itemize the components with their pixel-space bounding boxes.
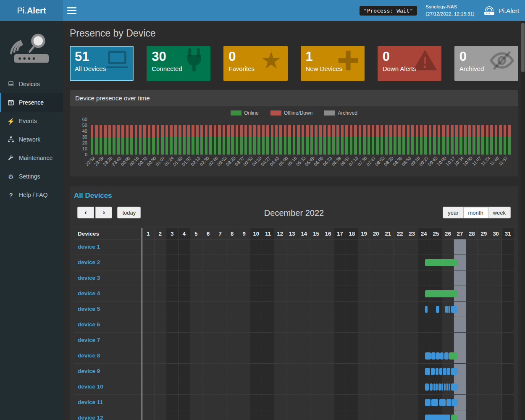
sidebar-item-maintenance[interactable]: Maintenance (0, 149, 63, 167)
presence-event-blue[interactable] (447, 306, 449, 313)
info-box-all-devices[interactable]: 51All Devices (70, 46, 134, 81)
info-box-connected[interactable]: 30Connected (147, 46, 210, 81)
device-name-link[interactable]: device 1 (74, 239, 142, 255)
day-column-22[interactable] (394, 239, 406, 420)
device-name-link[interactable]: device 3 (74, 270, 142, 286)
day-column-19[interactable] (358, 239, 370, 420)
device-name-link[interactable]: device 11 (74, 395, 142, 410)
calendar-view-week-button[interactable]: week (488, 207, 511, 218)
presence-event-blue[interactable] (441, 383, 443, 391)
presence-event-blue[interactable] (446, 383, 448, 391)
presence-event-blue[interactable] (431, 399, 438, 406)
day-column-9[interactable] (238, 239, 250, 420)
presence-event-blue[interactable] (451, 383, 458, 391)
day-column-7[interactable] (214, 239, 226, 420)
presence-event-blue[interactable] (436, 368, 438, 375)
presence-event-blue[interactable] (436, 306, 439, 313)
presence-event-blue[interactable] (452, 399, 458, 406)
presence-event-blue[interactable] (446, 399, 451, 406)
device-name-link[interactable]: device 12 (74, 410, 142, 420)
brand-logo[interactable]: Pi.Alert (0, 0, 63, 21)
info-box-favorites[interactable]: 0Favorites★ (223, 46, 287, 81)
presence-event-green[interactable] (449, 352, 457, 360)
day-column-15[interactable] (310, 239, 322, 420)
device-name-link[interactable]: device 7 (74, 333, 142, 348)
day-column-6[interactable] (202, 239, 214, 420)
presence-event-blue[interactable] (425, 352, 431, 360)
device-name-link[interactable]: device 2 (74, 255, 142, 270)
scrollbar-thumb[interactable] (521, 23, 525, 72)
presence-event-blue[interactable] (451, 368, 458, 375)
device-name-link[interactable]: device 9 (74, 364, 142, 379)
day-column-2[interactable] (154, 239, 166, 420)
day-column-31[interactable] (501, 239, 514, 420)
presence-event-blue[interactable] (425, 383, 429, 391)
device-name-link[interactable]: device 5 (74, 302, 142, 317)
calendar-next-button[interactable]: › (95, 207, 112, 218)
day-column-21[interactable] (382, 239, 394, 420)
info-box-down-alerts[interactable]: 0Down Alerts (378, 46, 441, 81)
sidebar-item-events[interactable]: ⚡Events (0, 112, 63, 130)
presence-event-blue[interactable] (425, 399, 430, 406)
presence-event-blue[interactable] (425, 415, 450, 420)
presence-event-blue[interactable] (438, 383, 441, 391)
presence-event-blue[interactable] (425, 368, 430, 375)
sidebar-item-help[interactable]: ?Help / FAQ (0, 186, 63, 204)
sidebar-item-devices[interactable]: Devices (0, 75, 63, 93)
day-column-30[interactable] (490, 239, 502, 420)
presence-event-blue[interactable] (431, 352, 435, 360)
device-name-link[interactable]: device 6 (74, 317, 142, 333)
calendar-view-month-button[interactable]: month (463, 207, 488, 218)
presence-event-blue[interactable] (433, 383, 436, 391)
device-name-link[interactable]: device 10 (74, 379, 142, 395)
day-column-8[interactable] (226, 239, 238, 420)
day-column-18[interactable] (346, 239, 358, 420)
day-column-10[interactable] (250, 239, 262, 420)
day-column-24[interactable] (418, 239, 430, 420)
presence-event-blue[interactable] (443, 368, 446, 375)
day-column-12[interactable] (274, 239, 286, 420)
presence-event-blue[interactable] (425, 306, 428, 313)
presence-event-blue[interactable] (436, 383, 438, 391)
presence-event-blue[interactable] (439, 368, 442, 375)
presence-event-blue[interactable] (439, 399, 446, 406)
presence-event-blue[interactable] (444, 352, 448, 360)
day-column-3[interactable] (166, 239, 178, 420)
day-column-27[interactable] (454, 239, 466, 420)
day-column-1[interactable] (142, 239, 154, 420)
page-scrollbar[interactable] (521, 21, 525, 420)
device-name-link[interactable]: device 8 (74, 348, 142, 364)
day-column-5[interactable] (190, 239, 202, 420)
calendar-today-button[interactable]: today (117, 207, 141, 218)
day-column-13[interactable] (286, 239, 298, 420)
day-column-14[interactable] (298, 239, 310, 420)
day-column-25[interactable] (430, 239, 442, 420)
day-column-26[interactable] (442, 239, 454, 420)
presence-event-green[interactable] (425, 290, 458, 297)
day-column-4[interactable] (178, 239, 190, 420)
presence-event-blue[interactable] (451, 306, 457, 313)
sidebar-item-settings[interactable]: ⚙Settings (0, 167, 63, 186)
day-column-16[interactable] (322, 239, 334, 420)
presence-event-green[interactable] (451, 415, 457, 420)
presence-event-blue[interactable] (444, 383, 446, 391)
day-column-23[interactable] (406, 239, 418, 420)
presence-event-green[interactable] (425, 259, 458, 266)
presence-event-blue[interactable] (436, 352, 440, 360)
day-column-17[interactable] (334, 239, 346, 420)
calendar-prev-button[interactable]: ‹ (77, 207, 94, 218)
presence-event-blue[interactable] (447, 368, 450, 375)
sidebar-item-presence[interactable]: Presence (0, 93, 63, 112)
presence-event-blue[interactable] (445, 306, 446, 313)
presence-event-blue[interactable] (440, 352, 444, 360)
day-column-11[interactable] (262, 239, 274, 420)
presence-event-blue[interactable] (449, 383, 450, 391)
sidebar-toggle-button[interactable] (67, 7, 76, 14)
presence-event-blue[interactable] (430, 383, 433, 391)
info-box-new-devices[interactable]: 1New Devices (301, 46, 365, 81)
day-column-29[interactable] (478, 239, 490, 420)
day-column-28[interactable] (466, 239, 478, 420)
day-column-20[interactable] (370, 239, 382, 420)
presence-event-blue[interactable] (431, 368, 435, 375)
presence-event-blue[interactable] (449, 306, 450, 313)
